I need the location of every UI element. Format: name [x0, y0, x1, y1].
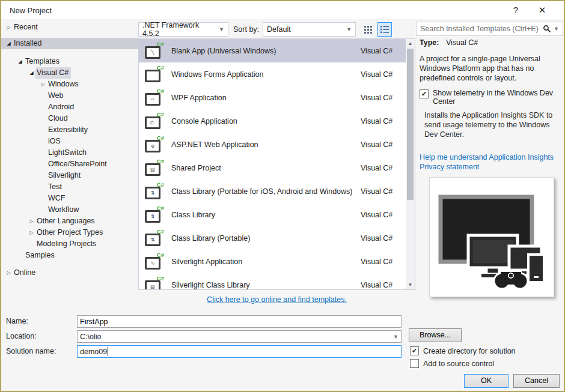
text-caret — [108, 347, 108, 356]
template-item-aspnet[interactable]: ⊕C# ASP.NET Web Application Visual C# — [139, 133, 415, 156]
tree-item-workflow[interactable]: Workflow — [1, 204, 138, 216]
new-project-dialog: New Project ? ✕ ▷Recent ◢Installed ◢Temp… — [0, 0, 565, 392]
template-item-blank-app[interactable]: ╲C# Blank App (Universal Windows) Visual… — [139, 39, 415, 62]
source-control-checkbox-row[interactable]: Add to source control — [410, 359, 494, 368]
sort-by-dropdown[interactable]: Default ▼ — [263, 22, 356, 37]
tree-item-online[interactable]: ▷Online — [1, 267, 138, 279]
location-label: Location: — [6, 332, 37, 340]
tree-item-wcf[interactable]: WCF — [1, 193, 138, 204]
chevron-expanded-icon[interactable]: ◢ — [16, 56, 24, 67]
tree-item-templates[interactable]: ◢Templates — [1, 56, 138, 67]
tree-item-cloud[interactable]: Cloud — [1, 113, 138, 124]
template-item-wpf[interactable]: ‹›C# WPF Application Visual C# — [139, 86, 415, 109]
list-scrollbar[interactable]: ▲ ▼ — [406, 39, 415, 289]
location-combobox[interactable]: C:\olio ▼ — [77, 330, 402, 343]
template-category-tree: ▷Recent ◢Installed ◢Templates ◢Visual C#… — [1, 22, 138, 309]
telemetry-checkbox-row[interactable]: ✔ Show telemetry in the Windows Dev Cent… — [420, 89, 564, 106]
chevron-right-icon[interactable]: ▷ — [28, 216, 35, 227]
help-icon[interactable]: ? — [502, 5, 529, 16]
search-input[interactable] — [420, 25, 543, 33]
csharp-template-icon: ⇅C# — [145, 184, 163, 199]
close-icon[interactable]: ✕ — [529, 5, 555, 16]
telemetry-note: Installs the Application Insights SDK to… — [420, 110, 564, 139]
chevron-down-icon: ▼ — [346, 26, 352, 32]
project-name-input[interactable] — [77, 315, 402, 328]
solution-name-input[interactable]: demo09 — [77, 345, 402, 358]
search-icon[interactable] — [543, 25, 551, 33]
search-scope-dropdown-icon[interactable]: ▼ — [554, 26, 559, 32]
application-insights-link[interactable]: Help me understand Application Insights — [420, 153, 554, 161]
tree-item-recent[interactable]: ▷Recent — [1, 22, 138, 33]
csharp-template-icon: C# — [145, 67, 163, 82]
csharp-template-icon: ╲C# — [145, 43, 163, 59]
csharp-template-icon: ▤C# — [145, 160, 163, 176]
template-details-panel: Type: Visual C# A project for a single-p… — [420, 38, 564, 172]
tree-item-installed[interactable]: ◢Installed — [1, 38, 138, 49]
tree-item-other-languages[interactable]: ▷Other Languages — [1, 216, 138, 227]
tree-item-visual-csharp[interactable]: ◢Visual C# — [1, 67, 138, 79]
chevron-right-icon[interactable]: ▷ — [5, 22, 13, 33]
type-value: Visual C# — [446, 38, 478, 47]
chevron-down-icon: ▼ — [393, 334, 399, 340]
tree-item-extensibility[interactable]: Extensibility — [1, 124, 138, 136]
tree-item-modeling-projects[interactable]: Modeling Projects — [1, 238, 138, 250]
template-item-class-library-portable[interactable]: ⇅C# Class Library (Portable) Visual C# — [139, 226, 415, 250]
chevron-right-icon[interactable]: ▷ — [39, 79, 47, 90]
chevron-expanded-icon[interactable]: ◢ — [5, 38, 13, 49]
dialog-title: New Project — [10, 6, 52, 15]
solution-name-label: Solution name: — [6, 347, 56, 355]
csharp-template-icon: ⇅C# — [145, 207, 163, 223]
ok-button[interactable]: OK — [464, 374, 508, 388]
search-box: ▼ — [416, 22, 563, 36]
template-item-silverlight-class-library[interactable]: ▤C# Silverlight Class Library Visual C# — [139, 273, 415, 290]
chevron-expanded-icon[interactable]: ◢ — [28, 67, 35, 79]
scroll-down-icon[interactable]: ▼ — [406, 280, 415, 289]
small-icons-view-button[interactable] — [361, 22, 375, 37]
checkbox-checked-icon[interactable]: ✔ — [420, 89, 429, 98]
cancel-button[interactable]: Cancel — [513, 374, 560, 388]
tree-item-web[interactable]: Web — [1, 90, 138, 101]
template-description: A project for a single-page Universal Wi… — [420, 54, 564, 83]
create-directory-label: Create directory for solution — [423, 347, 516, 355]
checkbox-unchecked-icon[interactable] — [410, 359, 419, 368]
csharp-template-icon: ‹›C# — [145, 90, 163, 106]
template-item-silverlight-app[interactable]: ∿C# Silverlight Application Visual C# — [139, 250, 415, 273]
tree-item-windows[interactable]: ▷Windows — [1, 79, 138, 90]
tree-item-ios[interactable]: iOS — [1, 136, 138, 147]
template-item-class-library[interactable]: ⇅C# Class Library Visual C# — [139, 203, 415, 226]
chevron-down-icon: ▼ — [219, 26, 224, 32]
checkbox-checked-icon[interactable]: ✔ — [410, 346, 419, 355]
tree-item-other-project-types[interactable]: ▷Other Project Types — [1, 227, 138, 238]
go-online-link[interactable]: Click here to go online and find templat… — [207, 295, 347, 304]
create-directory-checkbox-row[interactable]: ✔ Create directory for solution — [410, 346, 516, 355]
scroll-up-icon[interactable]: ▲ — [406, 39, 415, 48]
sort-by-label: Sort by: — [233, 25, 259, 34]
type-label: Type: — [420, 38, 439, 47]
list-view-button[interactable] — [377, 22, 392, 37]
template-item-shared-project[interactable]: ▤C# Shared Project Visual C# — [139, 156, 415, 179]
tree-item-android[interactable]: Android — [1, 101, 138, 113]
tree-item-silverlight[interactable]: Silverlight — [1, 170, 138, 181]
csharp-template-icon: ▤C# — [145, 277, 163, 291]
tree-item-test[interactable]: Test — [1, 181, 138, 193]
browse-button[interactable]: Browse... — [409, 328, 462, 342]
framework-dropdown[interactable]: .NET Framework 4.5.2 ▼ — [138, 22, 228, 37]
csharp-template-icon: ⊕C# — [145, 137, 163, 152]
chevron-right-icon[interactable]: ▷ — [28, 227, 35, 238]
chevron-right-icon[interactable]: ▷ — [5, 267, 13, 279]
privacy-statement-link[interactable]: Privacy statement — [420, 163, 479, 171]
telemetry-checkbox-label: Show telemetry in the Windows Dev Center — [433, 89, 564, 106]
tree-item-lightswitch[interactable]: LightSwitch — [1, 147, 138, 158]
grid-icon — [364, 26, 372, 34]
template-list: ╲C# Blank App (Universal Windows) Visual… — [138, 38, 415, 290]
template-item-class-library-portable-ios[interactable]: ⇅C# Class Library (Portable for iOS, And… — [139, 179, 415, 203]
devices-illustration-icon — [430, 178, 554, 297]
list-toolbar: .NET Framework 4.5.2 ▼ Sort by: Default … — [138, 22, 416, 37]
scrollbar-thumb[interactable] — [407, 49, 414, 200]
list-icon — [380, 26, 389, 33]
csharp-template-icon: C:C# — [145, 113, 163, 129]
tree-item-samples[interactable]: Samples — [1, 250, 138, 261]
tree-item-office-sharepoint[interactable]: Office/SharePoint — [1, 158, 138, 170]
template-item-winforms[interactable]: C# Windows Forms Application Visual C# — [139, 62, 415, 86]
template-item-console[interactable]: C:C# Console Application Visual C# — [139, 109, 415, 133]
